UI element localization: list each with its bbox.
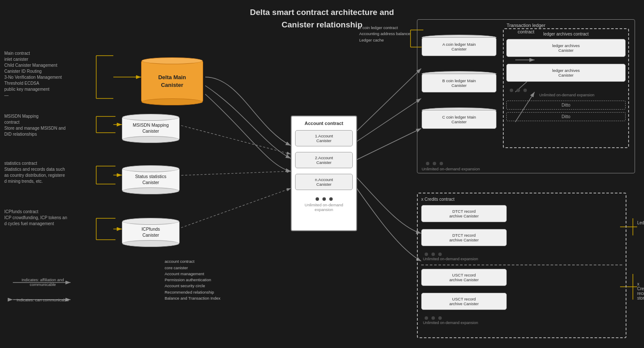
usct-canister-2: USCT recordarchive Canister: [421, 293, 507, 314]
dtct-canister-2: DTCT recordarchive Canister: [421, 229, 507, 250]
account-canister-1: 1.AccountCanister: [295, 130, 353, 149]
svg-line-22: [177, 171, 291, 175]
account-canister-2: 2.AccountCanister: [295, 152, 353, 171]
status-canister: Status statistics Canister: [122, 165, 180, 195]
svg-line-21: [177, 125, 291, 154]
annotation-msisdn: MSISDN Mapping contract Store and manage…: [4, 113, 94, 137]
svg-line-25: [351, 98, 421, 146]
account-contract-annotation: account contract core canister Account m…: [165, 253, 220, 301]
account-contract-title: Account contract: [295, 121, 353, 126]
coin-canister-b: B coin ledger MainCanister: [422, 71, 496, 95]
svg-line-26: [351, 128, 421, 163]
account-contract-box: Account contract 1.AccountCanister 2.Acc…: [291, 116, 357, 231]
annotation-stats: statistics contract Statistics and recor…: [4, 161, 94, 184]
delta-main-canister: Delta Main Canister: [141, 56, 203, 107]
credits-title: x Credits contract: [421, 197, 622, 202]
ledger-archive-2: ledger archivesCanister: [506, 64, 626, 86]
coin-canister-c: C coin ledger MainCanister: [422, 107, 496, 131]
msisdn-canister: MSISDN Mapping Canister: [122, 113, 180, 143]
account-canister-n: n.AccountCanister: [295, 174, 353, 193]
usct-canister-1: USCT recordarchive Canister: [421, 269, 507, 290]
annotation-icp: ICPfunds contract ICP crowdfunding, ICP …: [4, 209, 94, 227]
ledger-data-storage-label: Ledger data storage: [637, 220, 644, 225]
ledger-archive-1: ledger archivesCanister: [506, 39, 626, 61]
coin-canister-a: A coin ledger MainCanister: [422, 35, 496, 58]
icpfunds-canister: ICPfunds Canister: [122, 217, 180, 247]
ledger-archives-box: ledger archives contract ledger archives…: [503, 28, 629, 148]
annotation-main: Main contract inlet canister Child Canis…: [4, 51, 94, 98]
dtct-canister-1: DTCT recordarchive Canister: [421, 205, 507, 226]
legend-affiliation: Indicates: affiliation andcommunicable: [13, 277, 73, 287]
svg-line-23: [177, 188, 291, 229]
coin-ledger-annotation: x coin ledger contract Accounting addres…: [359, 25, 410, 43]
credits-record-storage-label: x Credits record storage: [637, 282, 644, 300]
svg-line-24: [351, 68, 421, 137]
credits-outer-box: x Credits contract DTCT recordarchive Ca…: [417, 193, 626, 338]
transaction-ledger-outer: Transaction ledgercontract A coin ledger…: [417, 19, 635, 173]
legend-communicable: Indicates: can communicable: [13, 297, 73, 302]
